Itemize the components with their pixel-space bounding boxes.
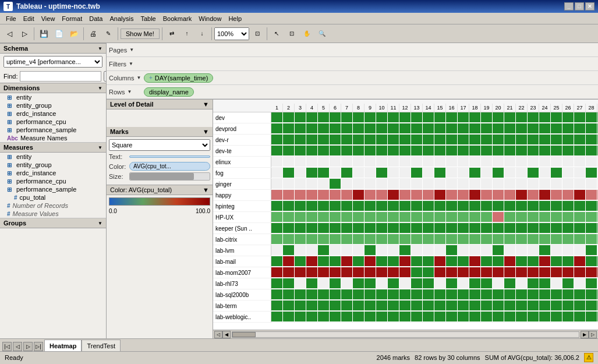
heat-cell-8-22[interactable]: [528, 201, 539, 211]
heat-cell-14-14[interactable]: [434, 267, 446, 278]
heat-cell-12-21[interactable]: [516, 245, 528, 256]
heat-cell-6-15[interactable]: [446, 179, 458, 189]
heat-cell-8-25[interactable]: [562, 201, 574, 211]
heat-cell-5-0[interactable]: [271, 168, 283, 178]
heat-cell-13-8[interactable]: [365, 256, 376, 267]
heat-cell-16-1[interactable]: [283, 289, 295, 300]
heat-cell-1-0[interactable]: [271, 123, 283, 134]
heat-cell-7-14[interactable]: [434, 190, 446, 200]
heat-cell-12-1[interactable]: [283, 245, 295, 256]
heat-cell-11-22[interactable]: [528, 234, 539, 245]
heat-cell-13-15[interactable]: [446, 256, 458, 267]
heat-cell-13-27[interactable]: [586, 256, 597, 267]
heat-cell-3-13[interactable]: [423, 146, 434, 156]
heat-cell-4-19[interactable]: [493, 157, 504, 167]
heat-cell-6-6[interactable]: [341, 179, 353, 189]
heat-cell-13-7[interactable]: [353, 256, 365, 267]
find-input[interactable]: [20, 71, 101, 82]
heat-cell-13-3[interactable]: [306, 256, 318, 267]
level-of-detail-header[interactable]: Level of Detail ▼: [107, 100, 213, 109]
heat-cell-7-6[interactable]: [341, 190, 353, 200]
heat-cell-5-10[interactable]: [388, 168, 399, 178]
heat-cell-8-19[interactable]: [493, 201, 504, 211]
measure-measure-values[interactable]: # Measure Values: [0, 210, 106, 218]
heat-cell-1-10[interactable]: [388, 123, 399, 134]
forward-button[interactable]: ▷: [17, 27, 31, 41]
schema-select[interactable]: uptime_v4 [performance...: [3, 56, 102, 68]
heat-cell-10-8[interactable]: [365, 223, 376, 234]
heat-cell-2-24[interactable]: [551, 135, 562, 145]
heat-cell-8-23[interactable]: [539, 201, 551, 211]
heat-cell-18-0[interactable]: [271, 312, 283, 322]
heat-cell-9-7[interactable]: [353, 212, 365, 222]
heat-cell-4-24[interactable]: [551, 157, 562, 167]
heat-cell-10-1[interactable]: [283, 223, 295, 234]
heat-cell-2-5[interactable]: [330, 135, 341, 145]
heat-cell-16-0[interactable]: [271, 289, 283, 300]
heat-cell-18-2[interactable]: [295, 312, 306, 322]
heat-cell-1-27[interactable]: [586, 123, 597, 134]
minimize-button[interactable]: _: [564, 2, 574, 10]
heat-cell-0-0[interactable]: [271, 112, 283, 123]
heat-cell-8-12[interactable]: [411, 201, 423, 211]
heat-cell-9-13[interactable]: [423, 212, 434, 222]
heat-cell-12-7[interactable]: [353, 245, 365, 256]
heat-cell-10-17[interactable]: [469, 223, 481, 234]
heat-cell-10-22[interactable]: [528, 223, 539, 234]
heat-cell-0-5[interactable]: [330, 112, 341, 123]
heat-cell-16-18[interactable]: [481, 289, 493, 300]
heat-cell-11-3[interactable]: [306, 234, 318, 245]
heat-cell-8-7[interactable]: [353, 201, 365, 211]
heat-cell-1-14[interactable]: [434, 123, 446, 134]
heat-cell-17-11[interactable]: [399, 301, 411, 311]
heat-cell-10-3[interactable]: [306, 223, 318, 234]
heat-cell-4-10[interactable]: [388, 157, 399, 167]
heat-cell-1-11[interactable]: [399, 123, 411, 134]
heat-cell-10-24[interactable]: [551, 223, 562, 234]
dim-performance-cpu[interactable]: ⊞ performance_cpu: [0, 118, 106, 126]
color-legend-header[interactable]: Color: AVG(cpu_total) ▼: [107, 185, 213, 195]
heat-cell-10-9[interactable]: [376, 223, 388, 234]
heat-cell-8-3[interactable]: [306, 201, 318, 211]
heat-cell-1-26[interactable]: [574, 123, 586, 134]
heat-cell-10-14[interactable]: [434, 223, 446, 234]
heat-cell-17-14[interactable]: [434, 301, 446, 311]
heat-cell-7-8[interactable]: [365, 190, 376, 200]
heat-cell-11-18[interactable]: [481, 234, 493, 245]
heat-cell-4-18[interactable]: [481, 157, 493, 167]
heat-cell-2-25[interactable]: [562, 135, 574, 145]
heat-cell-18-14[interactable]: [434, 312, 446, 322]
heat-cell-8-15[interactable]: [446, 201, 458, 211]
heat-cell-4-9[interactable]: [376, 157, 388, 167]
heat-cell-9-23[interactable]: [539, 212, 551, 222]
heat-cell-0-18[interactable]: [481, 112, 493, 123]
heat-cell-16-26[interactable]: [574, 289, 586, 300]
heat-cell-1-12[interactable]: [411, 123, 423, 134]
scroll-track[interactable]: [232, 331, 579, 338]
heat-cell-11-19[interactable]: [493, 234, 504, 245]
heat-cell-7-20[interactable]: [504, 190, 516, 200]
heat-cell-1-17[interactable]: [469, 123, 481, 134]
heat-cell-15-24[interactable]: [551, 278, 562, 289]
heat-cell-17-20[interactable]: [504, 301, 516, 311]
heat-cell-7-22[interactable]: [528, 190, 539, 200]
heat-cell-16-17[interactable]: [469, 289, 481, 300]
heat-cell-1-19[interactable]: [493, 123, 504, 134]
heat-cell-8-27[interactable]: [586, 201, 597, 211]
heat-cell-4-22[interactable]: [528, 157, 539, 167]
heat-cell-8-2[interactable]: [295, 201, 306, 211]
heat-cell-15-1[interactable]: [283, 278, 295, 289]
heat-cell-15-3[interactable]: [306, 278, 318, 289]
heat-cell-18-26[interactable]: [574, 312, 586, 322]
heat-cell-17-3[interactable]: [306, 301, 318, 311]
heat-cell-12-15[interactable]: [446, 245, 458, 256]
heat-cell-6-3[interactable]: [306, 179, 318, 189]
heat-cell-11-24[interactable]: [551, 234, 562, 245]
heat-cell-13-18[interactable]: [481, 256, 493, 267]
heat-cell-17-25[interactable]: [562, 301, 574, 311]
heat-cell-17-16[interactable]: [458, 301, 469, 311]
heat-cell-0-1[interactable]: [283, 112, 295, 123]
heat-cell-16-19[interactable]: [493, 289, 504, 300]
heat-cell-14-4[interactable]: [318, 267, 330, 278]
heat-cell-18-6[interactable]: [341, 312, 353, 322]
